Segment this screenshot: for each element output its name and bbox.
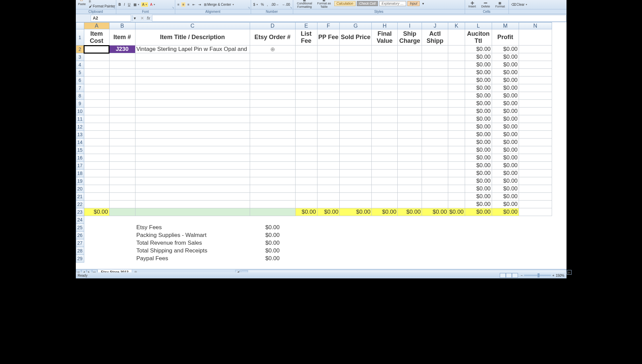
cell-F28[interactable] [317,247,340,255]
cell-J27[interactable] [422,239,448,247]
cell-B12[interactable] [109,123,135,131]
cell-L11[interactable]: $0.00 [465,115,492,123]
cell-L7[interactable]: $0.00 [465,84,492,92]
cell-J6[interactable] [422,77,448,84]
cell-C23[interactable] [135,208,250,216]
cell-G20[interactable] [340,185,372,193]
cell-A18[interactable] [84,170,109,177]
cell-K16[interactable] [448,154,465,162]
cell-M7[interactable]: $0.00 [492,84,519,92]
cell-M5[interactable]: $0.00 [492,69,519,77]
cell-G5[interactable] [340,69,372,77]
cell-F26[interactable] [317,232,340,239]
insert-button[interactable]: ➕Insert [468,1,476,8]
cell-E9[interactable] [295,100,317,108]
cell-K14[interactable] [448,139,465,146]
cell-L12[interactable]: $0.00 [465,123,492,131]
cell-A11[interactable] [84,115,109,123]
cell-G27[interactable] [340,239,372,247]
cell-N11[interactable] [519,115,552,123]
cell-E4[interactable] [295,61,317,69]
col-header-B[interactable]: B [109,23,135,29]
cell-M21[interactable]: $0.00 [492,193,519,201]
cell-F23[interactable]: $0.00 [317,208,340,216]
cell-A10[interactable] [84,108,109,115]
cell-G6[interactable] [340,77,372,84]
cell-E23[interactable]: $0.00 [295,208,317,216]
cell-J19[interactable] [422,177,448,185]
cell-M28[interactable] [492,247,519,255]
cell-N17[interactable] [519,162,552,170]
cell-D4[interactable] [250,61,295,69]
col-header-G[interactable]: G [340,23,372,29]
select-all-corner[interactable] [76,23,84,29]
increase-indent-button[interactable]: ⇥ [197,2,202,7]
cell-L18[interactable]: $0.00 [465,170,492,177]
cell-D7[interactable] [250,84,295,92]
cell-A20[interactable] [84,185,109,193]
cell-B24[interactable] [109,216,135,224]
cell-L29[interactable] [465,255,492,263]
cell-A28[interactable] [84,247,109,255]
cell-F2[interactable] [317,46,340,53]
cell-F27[interactable] [317,239,340,247]
cell-D9[interactable] [250,100,295,108]
cell-C22[interactable] [135,201,250,208]
cell-E27[interactable] [295,239,317,247]
cell-G15[interactable] [340,146,372,154]
cell-I21[interactable] [398,193,422,201]
cell-L27[interactable] [465,239,492,247]
cell-A22[interactable] [84,201,109,208]
cell-K27[interactable] [448,239,465,247]
row-header-16[interactable]: 16 [76,154,84,162]
row-header-17[interactable]: 17 [76,162,84,170]
cell-B5[interactable] [109,69,135,77]
cell-I27[interactable] [398,239,422,247]
row-header-26[interactable]: 26 [76,232,84,239]
cell-K22[interactable] [448,201,465,208]
col-header-D[interactable]: D [250,23,295,29]
cell-A29[interactable] [84,255,109,263]
col-header-J[interactable]: J [422,23,448,29]
cell-E22[interactable] [295,201,317,208]
zoom-slider[interactable] [524,275,551,276]
row-header-13[interactable]: 13 [76,131,84,139]
cell-C21[interactable] [135,193,250,201]
cell-H16[interactable] [372,154,398,162]
cell-A17[interactable] [84,162,109,170]
cell-A12[interactable] [84,123,109,131]
cell-B4[interactable] [109,61,135,69]
cell-B11[interactable] [109,115,135,123]
clipboard-dialog-launcher[interactable]: ↘ [113,6,115,9]
cell-H13[interactable] [372,131,398,139]
cell-J12[interactable] [422,123,448,131]
cell-I28[interactable] [398,247,422,255]
cell-J9[interactable] [422,100,448,108]
name-box-dropdown[interactable]: ▾ [132,15,137,21]
cell-H21[interactable] [372,193,398,201]
cell-B8[interactable] [109,92,135,100]
cell-I4[interactable] [398,61,422,69]
border-button[interactable]: ▦ [132,2,140,7]
cell-H24[interactable] [372,216,398,224]
cell-E25[interactable] [295,224,317,232]
cell-M29[interactable] [492,255,519,263]
spreadsheet-grid[interactable]: ABCDEFGHIJKLMN1ItemCostItem #Item Title … [76,22,567,269]
row-header-9[interactable]: 9 [76,100,84,108]
cell-B15[interactable] [109,146,135,154]
cell-A2[interactable] [84,46,109,53]
copy-button[interactable]: ⎘ [88,0,116,4]
cell-J10[interactable] [422,108,448,115]
cell-N27[interactable] [519,239,552,247]
cell-D13[interactable] [250,131,295,139]
cell-L5[interactable]: $0.00 [465,69,492,77]
cell-C20[interactable] [135,185,250,193]
align-right-button[interactable]: ≡ [186,2,190,7]
row-header-5[interactable]: 5 [76,69,84,77]
cell-L26[interactable] [465,232,492,239]
cell-C9[interactable] [135,100,250,108]
cell-M4[interactable]: $0.00 [492,61,519,69]
cell-B17[interactable] [109,162,135,170]
cell-L6[interactable]: $0.00 [465,77,492,84]
font-dialog-launcher[interactable]: ↘ [172,6,174,9]
